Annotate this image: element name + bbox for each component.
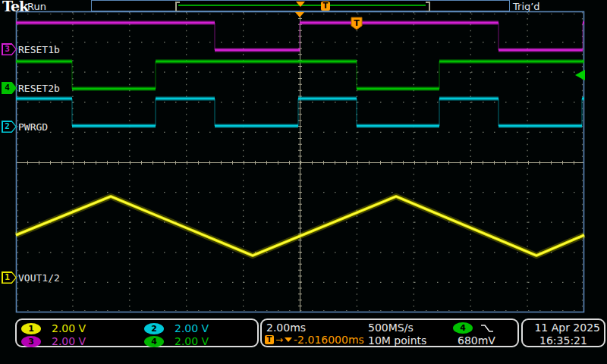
date-value: 11 Apr 2025 [523, 322, 604, 334]
trigger-delay-row: T → -2.016000ms [265, 334, 364, 346]
ch2-readout-badge[interactable]: 2 [144, 323, 164, 334]
channel-readouts-box: 12.00 V22.00 V32.00 V42.00 V [15, 318, 259, 347]
trigger-t-flag-icon[interactable]: T [351, 17, 362, 30]
trigger-delay-value: -2.016000ms [294, 334, 364, 346]
channel-label-reset1b: RESET1b [18, 44, 60, 55]
svg-text:T: T [354, 18, 360, 28]
channel-label-reset2b: RESET2b [18, 83, 60, 94]
ch1-readout-badge[interactable]: 1 [21, 323, 41, 334]
sample-rate-value: 500MS/s [368, 322, 414, 334]
marker-number: 4 [2, 82, 17, 94]
marker-number: 3 [2, 43, 17, 55]
channel-label-vout12: VOUT1/2 [18, 272, 60, 284]
ch2-scale-value: 2.00 V [175, 322, 209, 334]
trace-reset1b [16, 23, 584, 50]
ch4-scale-value: 2.00 V [175, 335, 209, 347]
arrow-right-icon: → [275, 335, 283, 344]
falling-edge-icon [480, 323, 494, 334]
channel-4-ground-marker[interactable]: 4 [2, 82, 17, 94]
timebase-value: 2.00ms [266, 322, 306, 334]
datetime-box: 11 Apr 2025 16:35:21 [521, 318, 605, 347]
oscilloscope-screen: Tek Run T Trig’d T 1VOUT1/22PWRGD3RESET1… [0, 0, 607, 364]
center-crosshair [16, 12, 584, 312]
channel-3-ground-marker[interactable]: 3 [2, 43, 17, 55]
trigger-source-badge[interactable]: 4 [453, 322, 473, 334]
channel-label-pwrgd: PWRGD [18, 121, 48, 133]
ch4-readout-badge[interactable]: 4 [144, 336, 164, 347]
trigger-level-arrow-icon[interactable] [575, 70, 585, 80]
ch1-scale-value: 2.00 V [52, 322, 86, 334]
record-length-value: 10M points [368, 334, 426, 347]
ch3-readout-badge[interactable]: 3 [21, 336, 41, 347]
channel-1-ground-marker[interactable]: 1 [2, 271, 17, 284]
trigger-position-triangle-icon[interactable] [295, 12, 304, 17]
time-value: 16:35:21 [523, 334, 604, 347]
trigger-level-value: 680mV [458, 334, 495, 347]
ch3-scale-value: 2.00 V [52, 335, 86, 347]
marker-number: 1 [2, 271, 17, 284]
horizontal-trigger-readout-box: 2.00ms 500MS/s 4 T → -2.016000ms 10M poi… [260, 318, 519, 347]
channel-2-ground-marker[interactable]: 2 [2, 121, 17, 133]
marker-number: 2 [2, 121, 17, 133]
trigger-t-icon: T [265, 335, 274, 344]
marker-triangle-icon [285, 337, 292, 342]
graticule: T [0, 0, 607, 364]
